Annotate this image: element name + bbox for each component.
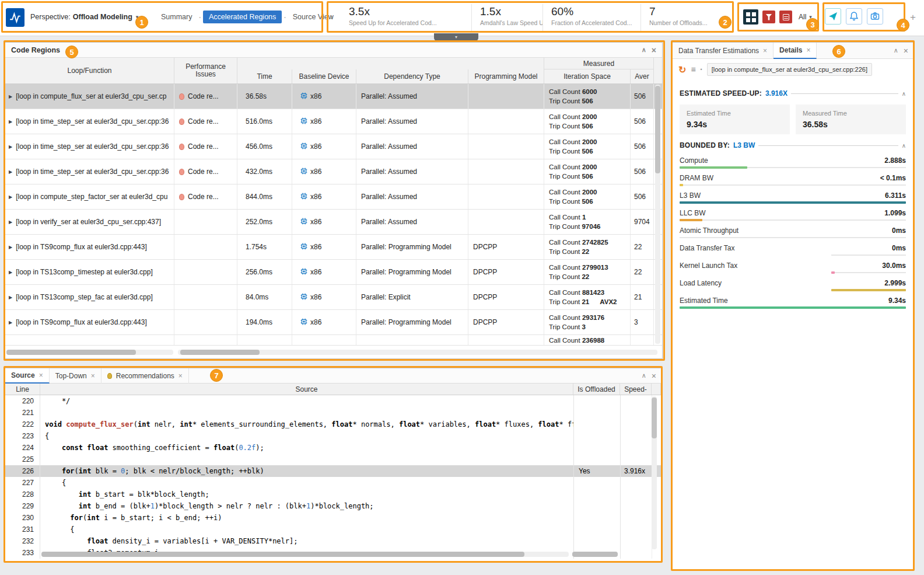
metric-label: Compute [680,156,708,165]
paper-plane-icon[interactable] [825,8,841,25]
column-header-performance-issues[interactable]: Performance Issues [174,58,237,83]
call-count-value: 236988 [582,337,604,344]
source-line[interactable]: 226 for(int blk = 0; blk < nelr/block_le… [5,465,661,477]
filter-funnel-icon[interactable] [762,11,775,23]
table-row[interactable]: ▶[loop in TS13comp_step_fac at euler3d.c… [5,285,662,310]
close-icon[interactable]: × [91,372,95,380]
source-line[interactable]: 223{ [5,430,661,442]
table-row[interactable]: ▶[loop in TS9comp_flux at euler3d.cpp:44… [5,235,662,260]
perspective-selector[interactable]: Perspective: Offload Modeling ▾ [30,0,138,34]
collapse-panel-icon[interactable]: ∧ [642,372,646,379]
filter-all-dropdown[interactable]: All ▾ [799,13,812,21]
tab-data-transfer-estimations[interactable]: Data Transfer Estimations × [673,43,774,59]
source-line[interactable]: 228 int b_start = blk*block_length; [5,489,661,500]
bounded-by-label: BOUNDED BY: [680,141,730,149]
close-icon[interactable]: × [763,47,767,55]
code-segment: density_i = variables[i + VAR_DENSITY*ne… [108,537,298,545]
expander-icon[interactable]: ▶ [9,119,12,124]
average-cell: 9704 [631,210,654,234]
table-row[interactable]: ▶[loop in compute_flux_ser at euler3d_cp… [5,84,662,109]
iteration-space-cell: Call Count 881423Trip Count 21AVX2 [544,285,631,309]
tab-source[interactable]: Source × [5,368,50,384]
bell-icon[interactable] [846,8,862,25]
expander-icon[interactable]: ▶ [9,144,12,149]
source-line[interactable]: 221 [5,407,661,419]
column-header-time[interactable]: Time [237,69,292,83]
table-row[interactable]: ▶[loop in verify_ser at euler3d_cpu_ser.… [5,210,662,235]
chevron-right-icon[interactable]: › [330,12,333,21]
collapse-panel-icon[interactable]: ∧ [894,47,898,54]
code-text: { [40,430,573,442]
plus-icon[interactable]: + [910,12,916,23]
column-header-average[interactable]: Aver [631,69,654,83]
table-row[interactable]: ▶[loop in time_step_ser at euler3d_cpu_s… [5,159,662,184]
close-panel-icon[interactable]: × [904,46,908,55]
expander-icon[interactable]: ▶ [9,194,12,200]
advisor-logo-icon[interactable] [6,8,24,27]
expander-icon[interactable]: ▶ [9,169,12,175]
chevron-up-icon[interactable]: ∧ [902,142,906,149]
source-line[interactable]: 220 */ [5,395,661,407]
speedup-value[interactable]: 3.916X [765,89,788,97]
selected-loop-context: [loop in compute_flux_ser at euler3d_cpu… [707,63,872,76]
speedup-cell [620,442,652,454]
tab-accelerated-regions[interactable]: Accelerated Regions [203,11,282,23]
horizontal-scrollbar[interactable] [41,552,569,557]
expander-icon[interactable]: ▶ [9,94,12,99]
source-line[interactable]: 225 [5,454,661,465]
column-header-baseline-device[interactable]: Baseline Device [292,69,356,83]
tab-top-down[interactable]: Top-Down × [50,368,102,384]
camera-icon[interactable] [867,8,883,25]
table-row[interactable]: ▶[loop in TS9comp_flux at euler3d.cpp:44… [5,310,662,335]
tab-details[interactable]: Details × [774,43,817,59]
metric-bar-fill [680,184,683,186]
expander-icon[interactable]: ▶ [9,219,12,225]
toolbar-collapse-handle[interactable]: ▾ [434,33,478,41]
horizontal-scrollbar-right[interactable] [178,350,657,355]
close-icon[interactable]: × [806,46,810,54]
bounded-metric-top: LLC BW1.099s [680,209,906,217]
table-row[interactable]: ▶[loop in compute_step_factor_ser at eul… [5,184,662,210]
expander-icon[interactable]: ▶ [9,295,12,300]
tab-recommendations[interactable]: Recommendations × [102,368,189,384]
close-panel-icon[interactable]: × [652,371,656,381]
code-segment: int [180,420,192,428]
chevron-up-icon[interactable]: ∧ [902,90,906,97]
horizontal-scrollbar-offloaded[interactable] [572,552,618,557]
close-icon[interactable]: × [178,372,183,380]
dashboard-icon[interactable] [743,9,758,25]
table-row[interactable]: ▶[loop in TS13comp_timestep at euler3d.c… [5,260,662,285]
column-header-programming-model[interactable]: Programming Model [468,69,544,83]
source-line[interactable]: 229 int b_end = (blk+1)*block_length > n… [5,500,661,512]
column-header-iteration-space[interactable]: Iteration Space [544,69,631,83]
bounded-by-value[interactable]: L3 BW [733,141,755,149]
table-row[interactable]: ▶[loop in time_step_ser at euler3d_cpu_s… [5,109,662,134]
close-icon[interactable]: × [39,371,43,379]
column-header-loop-function[interactable]: Loop/Function [5,58,174,83]
filter-list-icon[interactable] [779,11,792,23]
vertical-scrollbar[interactable] [652,396,657,549]
expander-icon[interactable]: ▶ [9,320,12,325]
close-panel-icon[interactable]: × [652,46,656,55]
collapse-panel-icon[interactable]: ∧ [642,46,646,54]
vertical-scrollbar[interactable] [655,85,660,344]
source-line[interactable]: 222void compute_flux_ser(int nelr, int* … [5,419,661,430]
source-line[interactable]: 227 { [5,477,661,489]
source-line[interactable]: 231 { [5,524,661,535]
source-line[interactable]: 224 const float smoothing_coefficient = … [5,442,661,454]
source-line[interactable]: 232 float density_i = variables[i + VAR_… [5,535,661,547]
table-row[interactable]: Call Count 236988 [5,335,662,346]
expander-icon[interactable]: ▶ [9,270,12,275]
source-panel: Source × Top-Down × Recommendations × ∧ … [5,368,662,562]
metric-bar-fill [680,201,906,204]
tab-summary[interactable]: Summary [156,11,197,23]
source-line[interactable]: 230 for(int i = b_start; i < b_end; ++i) [5,512,661,524]
table-row[interactable]: ▶[loop in time_step_ser at euler3d_cpu_s… [5,134,662,159]
refresh-icon[interactable]: ↻ [678,64,686,75]
horizontal-scrollbar-left[interactable] [6,350,173,355]
list-icon[interactable]: ≡ [691,65,695,74]
code-segment: */ [45,397,70,405]
column-header-dependency-type[interactable]: Dependency Type [356,69,468,83]
expander-icon[interactable]: ▶ [9,245,12,250]
source-tab-bar: Source × Top-Down × Recommendations × ∧ … [5,368,661,384]
